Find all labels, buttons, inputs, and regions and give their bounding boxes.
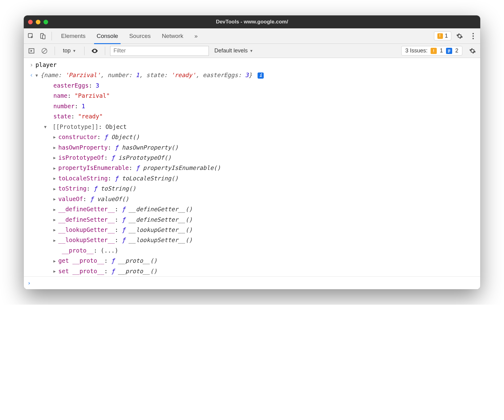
disclosure-triangle-icon[interactable] xyxy=(53,258,58,264)
property-key: get __proto__ xyxy=(58,257,104,264)
console-settings-gear-icon[interactable] xyxy=(467,46,478,56)
inspect-element-icon[interactable] xyxy=(26,31,36,41)
disclosure-triangle-icon[interactable] xyxy=(53,237,58,244)
warning-icon xyxy=(437,33,443,39)
warning-icon: ! xyxy=(431,48,437,54)
proto-method-row[interactable]: __defineGetter__: ƒ __defineGetter__() xyxy=(24,204,480,214)
proto-ellipsis-row[interactable]: __proto__: (...) xyxy=(24,245,480,256)
traffic-lights xyxy=(28,20,48,24)
warnings-count: 1 xyxy=(445,33,448,39)
titlebar: DevTools - www.google.com/ xyxy=(24,15,480,28)
tab-elements[interactable]: Elements xyxy=(56,28,91,44)
clear-console-icon[interactable] xyxy=(39,46,50,56)
disclosure-triangle-icon[interactable] xyxy=(53,155,58,161)
proto-accessor-row[interactable]: get __proto__: ƒ __proto__() xyxy=(24,256,480,266)
proto-method-row[interactable]: toLocaleString: ƒ toLocaleString() xyxy=(24,173,480,183)
tab-console[interactable]: Console xyxy=(91,28,124,44)
property-row[interactable]: state: "ready" xyxy=(24,111,480,121)
console-input-text: player xyxy=(35,60,477,69)
property-row[interactable]: number: 1 xyxy=(24,101,480,111)
disclosure-triangle-icon[interactable] xyxy=(53,175,58,182)
device-toggle-icon[interactable] xyxy=(37,31,48,41)
function-name: toString() xyxy=(101,185,136,192)
proto-method-row[interactable]: __defineSetter__: ƒ __defineSetter__() xyxy=(24,215,480,225)
prototype-value: Object xyxy=(105,123,127,130)
minimize-window-button[interactable] xyxy=(36,20,40,24)
separator xyxy=(52,32,52,40)
live-expression-eye-icon[interactable] xyxy=(89,46,100,56)
prototype-label: [[Prototype]] xyxy=(52,123,98,130)
window-title: DevTools - www.google.com/ xyxy=(24,19,480,25)
zoom-window-button[interactable] xyxy=(43,20,48,24)
proto-method-row[interactable]: propertyIsEnumerable: ƒ propertyIsEnumer… xyxy=(24,163,480,173)
disclosure-triangle-icon[interactable] xyxy=(35,72,40,79)
disclosure-triangle-icon[interactable] xyxy=(53,145,58,151)
function-name: __proto__() xyxy=(118,257,157,264)
log-level-selector[interactable]: Default levels ▼ xyxy=(214,47,253,54)
disclosure-triangle-icon[interactable] xyxy=(53,268,58,274)
tab-network[interactable]: Network xyxy=(156,28,189,44)
property-key: __defineGetter__ xyxy=(58,206,115,212)
issues-info-count: 2 xyxy=(455,47,458,54)
toggle-sidebar-icon[interactable] xyxy=(26,46,37,56)
function-name: __defineSetter__() xyxy=(129,216,192,223)
separator xyxy=(84,47,85,55)
property-key: easterEggs xyxy=(53,82,89,89)
issues-warn-count: 1 xyxy=(440,47,443,54)
devtools-window: DevTools - www.google.com/ Elements Cons… xyxy=(24,15,480,289)
console-output-row[interactable]: ‹ {name: 'Parzival', number: 1, state: '… xyxy=(24,70,480,80)
property-key: __proto__ xyxy=(62,247,93,254)
property-key: __lookupSetter__ xyxy=(58,237,115,243)
function-name: __lookupGetter__() xyxy=(129,226,192,233)
more-menu-icon[interactable] xyxy=(468,31,478,41)
level-label: Default levels xyxy=(214,47,248,54)
function-name: toLocaleString() xyxy=(122,175,178,182)
disclosure-triangle-icon[interactable] xyxy=(53,186,58,192)
proto-method-row[interactable]: hasOwnProperty: ƒ hasOwnProperty() xyxy=(24,142,480,153)
proto-method-row[interactable]: __lookupGetter__: ƒ __lookupGetter__() xyxy=(24,225,480,235)
property-key: set __proto__ xyxy=(58,268,104,274)
settings-gear-icon[interactable] xyxy=(454,31,465,41)
proto-accessor-row[interactable]: set __proto__: ƒ __proto__() xyxy=(24,266,480,276)
tabs-overflow[interactable]: » xyxy=(189,28,203,44)
console-prompt[interactable]: › xyxy=(24,276,480,289)
disclosure-triangle-icon[interactable] xyxy=(53,217,58,223)
proto-method-row[interactable]: toString: ƒ toString() xyxy=(24,183,480,194)
property-value: 3 xyxy=(96,82,99,89)
property-value: 1 xyxy=(82,103,85,109)
console-toolbar: top ▼ Default levels ▼ 3 Issues: ! 1 2 xyxy=(24,44,480,58)
property-row[interactable]: easterEggs: 3 xyxy=(24,80,480,91)
property-key: hasOwnProperty xyxy=(58,144,108,151)
disclosure-triangle-icon[interactable] xyxy=(53,227,58,233)
disclosure-triangle-icon[interactable] xyxy=(53,134,58,140)
proto-method-row[interactable]: __lookupSetter__: ƒ __lookupSetter__() xyxy=(24,235,480,245)
info-badge-icon[interactable]: i xyxy=(258,72,264,79)
issues-counter[interactable]: 3 Issues: ! 1 2 xyxy=(401,46,462,56)
svg-line-8 xyxy=(43,49,47,53)
property-value: "ready" xyxy=(78,113,103,120)
chevron-down-icon: ▼ xyxy=(72,49,76,53)
property-key: toString xyxy=(58,185,87,192)
separator xyxy=(105,47,105,55)
tab-sources[interactable]: Sources xyxy=(124,28,156,44)
console-input-row: › player xyxy=(24,60,480,70)
svg-point-4 xyxy=(473,35,474,36)
disclosure-triangle-icon[interactable] xyxy=(53,196,58,202)
property-row[interactable]: name: "Parzival" xyxy=(24,91,480,101)
property-key: valueOf xyxy=(58,196,83,202)
proto-method-row[interactable]: constructor: ƒ Object() xyxy=(24,132,480,142)
context-selector[interactable]: top ▼ xyxy=(60,46,79,55)
warnings-badge[interactable]: 1 xyxy=(434,31,451,40)
disclosure-triangle-icon[interactable] xyxy=(53,165,58,171)
property-key: __defineSetter__ xyxy=(58,216,115,223)
disclosure-triangle-icon[interactable] xyxy=(53,207,58,213)
disclosure-triangle-icon[interactable] xyxy=(44,124,49,130)
prototype-row[interactable]: [[Prototype]]: Object xyxy=(24,122,480,132)
console-output: › player ‹ {name: 'Parzival', number: 1,… xyxy=(24,58,480,289)
close-window-button[interactable] xyxy=(28,20,33,24)
property-key: state xyxy=(53,113,71,120)
info-icon xyxy=(446,48,452,54)
proto-method-row[interactable]: isPrototypeOf: ƒ isPrototypeOf() xyxy=(24,153,480,163)
filter-input[interactable] xyxy=(110,46,209,56)
proto-method-row[interactable]: valueOf: ƒ valueOf() xyxy=(24,194,480,204)
